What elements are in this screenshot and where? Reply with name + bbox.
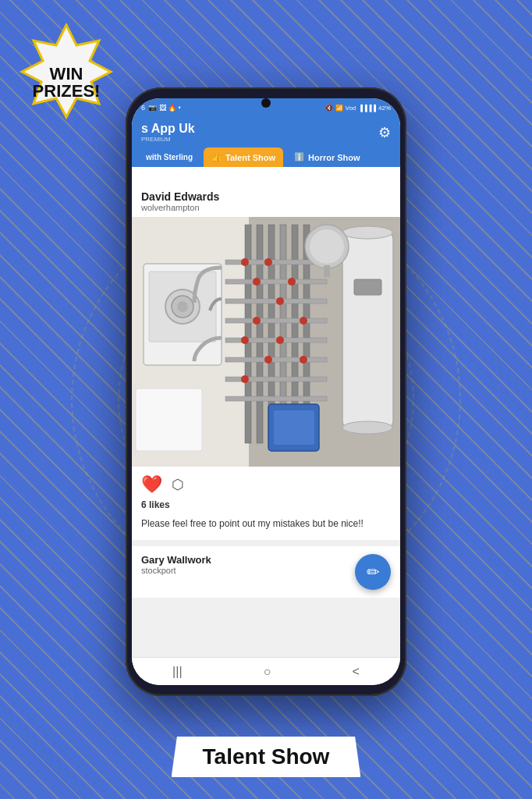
settings-icon[interactable]: ⚙ bbox=[378, 124, 391, 141]
prizes-text: PRIZES! bbox=[33, 82, 101, 101]
status-left: 6 📷 🖼 🔥 • bbox=[141, 104, 181, 112]
talent-icon: 👍 bbox=[211, 152, 222, 162]
tab-sterling[interactable]: with Sterling bbox=[138, 148, 200, 166]
svg-point-37 bbox=[241, 375, 249, 383]
win-prizes-badge: WIN PRIZES! bbox=[16, 23, 117, 125]
post-card-2: Gary Wallwork stockport ✏ bbox=[132, 546, 400, 598]
app-subtitle: PREMIUM bbox=[141, 136, 195, 143]
svg-rect-4 bbox=[342, 233, 393, 428]
post2-author: Gary Wallwork bbox=[141, 554, 211, 566]
svg-rect-24 bbox=[225, 357, 327, 362]
fab-edit-button[interactable]: ✏ bbox=[355, 554, 391, 590]
nav-bar: ||| ○ < bbox=[132, 657, 400, 685]
like-button[interactable]: ❤️ bbox=[141, 474, 162, 495]
svg-point-32 bbox=[300, 317, 307, 325]
post-image bbox=[132, 217, 400, 467]
status-right: 🔇 📶 Vod ▐▐▐▐ 42% bbox=[325, 105, 391, 112]
svg-rect-43 bbox=[324, 265, 330, 277]
svg-point-36 bbox=[276, 336, 284, 344]
post-location: wolverhampton bbox=[141, 203, 391, 212]
battery: 42% bbox=[378, 105, 391, 112]
svg-point-42 bbox=[310, 229, 344, 264]
svg-point-34 bbox=[253, 317, 261, 325]
bottom-label-text: Talent Show bbox=[172, 737, 361, 777]
svg-rect-14 bbox=[257, 225, 263, 443]
post-actions: ❤️ ⬡ bbox=[132, 467, 400, 499]
svg-point-28 bbox=[253, 278, 261, 286]
svg-point-6 bbox=[342, 421, 392, 434]
signal-carrier: Vod bbox=[346, 105, 356, 112]
svg-point-30 bbox=[276, 297, 284, 305]
svg-rect-7 bbox=[354, 279, 381, 295]
svg-rect-25 bbox=[225, 377, 327, 382]
post2-info: Gary Wallwork stockport bbox=[141, 554, 211, 575]
post2-location: stockport bbox=[141, 566, 211, 575]
svg-point-29 bbox=[264, 258, 272, 266]
camera-notch bbox=[261, 98, 271, 108]
talent-label: Talent Show bbox=[225, 153, 275, 162]
phone-frame: 6 📷 🖼 🔥 • 🔇 📶 Vod ▐▐▐▐ 42% s App Uk PREM… bbox=[126, 87, 406, 696]
nav-home-icon[interactable]: ○ bbox=[264, 665, 271, 679]
svg-point-35 bbox=[264, 356, 272, 364]
content-area: David Edwards wolverhampton bbox=[132, 183, 400, 657]
svg-rect-44 bbox=[136, 389, 202, 451]
nav-menu-icon[interactable]: ||| bbox=[172, 665, 182, 679]
post-divider bbox=[132, 540, 400, 546]
edit-icon: ✏ bbox=[367, 563, 380, 581]
phone-screen: 6 📷 🖼 🔥 • 🔇 📶 Vod ▐▐▐▐ 42% s App Uk PREM… bbox=[132, 98, 400, 685]
svg-rect-26 bbox=[225, 396, 327, 401]
post-author: David Edwards bbox=[141, 190, 391, 203]
status-icons: 📷 🖼 🔥 • bbox=[148, 104, 181, 112]
svg-point-31 bbox=[288, 278, 296, 286]
svg-point-12 bbox=[177, 301, 188, 312]
bottom-label-container: Talent Show bbox=[0, 737, 532, 777]
svg-rect-13 bbox=[245, 225, 251, 443]
svg-rect-22 bbox=[225, 318, 327, 323]
tab-talent-show[interactable]: 👍 Talent Show bbox=[204, 147, 283, 167]
nav-back-icon[interactable]: < bbox=[353, 665, 360, 679]
horror-label: Horror Show bbox=[308, 153, 360, 162]
phone-device: 6 📷 🖼 🔥 • 🔇 📶 Vod ▐▐▐▐ 42% s App Uk PREM… bbox=[126, 87, 406, 696]
svg-rect-40 bbox=[274, 410, 314, 445]
svg-point-27 bbox=[241, 258, 249, 266]
post-caption: Please feel free to point out my mistake… bbox=[132, 513, 400, 540]
signal-bars: ▐▐▐▐ bbox=[358, 105, 376, 112]
app-title: s App Uk bbox=[141, 122, 195, 136]
share-button[interactable]: ⬡ bbox=[172, 476, 184, 493]
tab-bar: with Sterling 👍 Talent Show ℹ️ Horror Sh… bbox=[132, 143, 400, 167]
horror-icon: ℹ️ bbox=[294, 152, 305, 162]
svg-rect-20 bbox=[225, 279, 327, 284]
app-title-group: s App Uk PREMIUM bbox=[141, 122, 195, 143]
mute-icon: 🔇 bbox=[325, 105, 333, 112]
svg-point-33 bbox=[241, 336, 249, 344]
app-header: s App Uk PREMIUM ⚙ bbox=[132, 117, 400, 143]
tab-horror-show[interactable]: ℹ️ Horror Show bbox=[286, 147, 368, 167]
post-card-1: David Edwards wolverhampton bbox=[132, 183, 400, 540]
svg-point-38 bbox=[300, 356, 307, 364]
status-time: 6 bbox=[141, 104, 145, 112]
svg-point-5 bbox=[342, 226, 392, 239]
post-header: David Edwards wolverhampton bbox=[132, 183, 400, 217]
likes-count: 6 likes bbox=[132, 499, 400, 513]
wifi-icon: 📶 bbox=[335, 105, 343, 112]
